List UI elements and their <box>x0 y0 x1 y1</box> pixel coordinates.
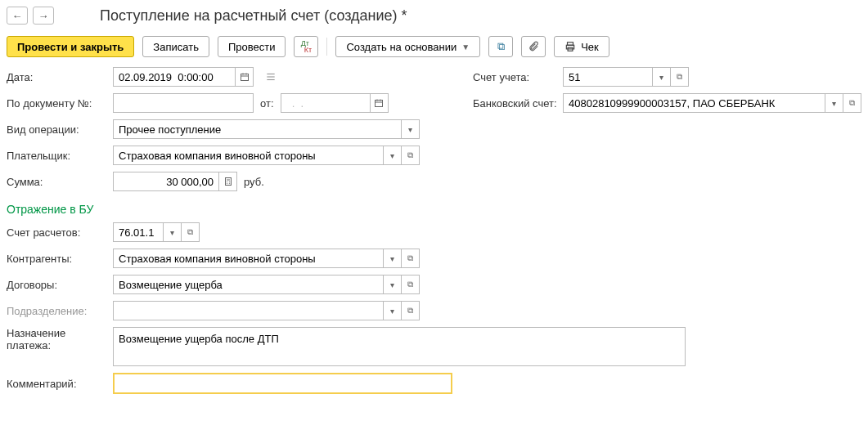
division-input[interactable] <box>113 301 384 320</box>
doc-from-label: от: <box>260 97 274 110</box>
calendar-button-2[interactable] <box>371 93 389 113</box>
svg-rect-10 <box>376 101 383 107</box>
arrow-left-icon: ← <box>12 10 23 22</box>
op-type-label: Вид операции: <box>7 123 113 136</box>
contract-input[interactable] <box>113 275 384 294</box>
calculator-icon <box>223 177 233 186</box>
settle-acc-input[interactable] <box>113 222 164 242</box>
doc-num-label: По документу №: <box>7 97 113 110</box>
post-and-close-button[interactable]: Провести и закрыть <box>7 36 134 57</box>
bank-account-input[interactable] <box>563 93 825 113</box>
op-type-input[interactable] <box>113 119 402 139</box>
open-button[interactable]: ⧉ <box>402 301 420 320</box>
calendar-icon <box>374 98 384 108</box>
doc-from-input[interactable] <box>281 93 371 113</box>
svg-point-19 <box>229 183 230 184</box>
bu-section-title: Отражение в БУ <box>7 203 861 216</box>
dropdown-button[interactable]: ▾ <box>164 222 182 242</box>
chevron-down-icon: ▼ <box>461 43 470 52</box>
svg-rect-14 <box>225 178 231 186</box>
svg-point-16 <box>227 181 227 182</box>
open-icon: ⧉ <box>407 253 413 263</box>
dropdown-button[interactable]: ▾ <box>384 301 402 320</box>
dropdown-button[interactable]: ▾ <box>384 249 402 268</box>
structure-icon: ⧉ <box>497 40 505 53</box>
paperclip-icon <box>528 41 539 52</box>
account-input[interactable] <box>563 67 653 87</box>
calculator-button[interactable] <box>219 172 237 191</box>
counterparty-label: Контрагенты: <box>7 253 113 265</box>
dropdown-button[interactable]: ▾ <box>384 146 402 165</box>
open-button[interactable]: ⧉ <box>843 93 861 113</box>
create-based-on-button[interactable]: Создать на основании ▼ <box>335 36 480 57</box>
chevron-down-icon: ▾ <box>659 73 663 82</box>
chevron-down-icon: ▾ <box>170 228 174 237</box>
check-button[interactable]: Чек <box>554 36 609 57</box>
dropdown-button[interactable]: ▾ <box>653 67 671 87</box>
toolbar: Провести и закрыть Записать Провести ДтК… <box>7 36 861 57</box>
payer-label: Плательщик: <box>7 150 113 162</box>
chevron-down-icon: ▾ <box>390 254 394 263</box>
save-button[interactable]: Записать <box>142 36 209 57</box>
nav-forward-button[interactable]: → <box>33 7 54 25</box>
open-button[interactable]: ⧉ <box>182 222 200 242</box>
post-button[interactable]: Провести <box>218 36 286 57</box>
bank-account-label: Банковский счет: <box>473 97 563 110</box>
currency-label: руб. <box>244 176 264 188</box>
arrow-right-icon: → <box>38 10 49 22</box>
payer-input[interactable] <box>113 146 384 165</box>
svg-point-18 <box>227 183 227 184</box>
open-icon: ⧉ <box>187 227 193 237</box>
nav-back-button[interactable]: ← <box>7 7 28 25</box>
open-icon: ⧉ <box>407 306 413 316</box>
purpose-textarea[interactable] <box>113 327 686 366</box>
page-title: Поступление на расчетный счет (создание)… <box>100 7 407 25</box>
contract-label: Договоры: <box>7 279 113 291</box>
open-button[interactable]: ⧉ <box>402 275 420 294</box>
attachment-button[interactable] <box>521 36 546 57</box>
chevron-down-icon: ▾ <box>390 307 394 316</box>
calendar-icon <box>240 72 250 82</box>
dropdown-button[interactable]: ▾ <box>384 275 402 294</box>
open-button[interactable]: ⧉ <box>402 146 420 165</box>
printer-icon <box>564 41 576 52</box>
chevron-down-icon: ▾ <box>390 280 394 289</box>
comment-label: Комментарий: <box>7 378 113 390</box>
counterparty-input[interactable] <box>113 249 384 268</box>
structure-button[interactable]: ⧉ <box>488 36 513 57</box>
comment-input[interactable] <box>113 373 452 394</box>
sum-input[interactable] <box>113 172 219 191</box>
open-icon: ⧉ <box>849 98 855 108</box>
chevron-down-icon: ▾ <box>832 99 836 108</box>
division-label: Подразделение: <box>7 305 113 317</box>
open-icon: ⧉ <box>407 150 413 160</box>
account-label: Счет учета: <box>473 71 563 83</box>
dropdown-button[interactable]: ▾ <box>402 119 420 139</box>
dtkt-icon: ДтКт <box>301 40 312 53</box>
purpose-label: Назначение платежа: <box>7 327 113 352</box>
settle-acc-label: Счет расчетов: <box>7 226 113 239</box>
chevron-down-icon: ▾ <box>408 125 412 134</box>
date-label: Дата: <box>7 71 113 83</box>
chevron-down-icon: ▾ <box>390 151 394 160</box>
open-icon: ⧉ <box>677 72 682 82</box>
sum-label: Сумма: <box>7 176 113 188</box>
doc-num-input[interactable] <box>113 93 254 113</box>
svg-point-17 <box>229 181 230 182</box>
svg-rect-3 <box>241 74 248 81</box>
open-icon: ⧉ <box>407 280 413 289</box>
dtkt-button[interactable]: ДтКт <box>294 36 318 57</box>
list-icon[interactable] <box>265 71 277 83</box>
open-button[interactable]: ⧉ <box>671 67 689 87</box>
toolbar-separator <box>326 38 327 56</box>
open-button[interactable]: ⧉ <box>402 249 420 268</box>
calendar-button[interactable] <box>236 67 254 87</box>
dropdown-button[interactable]: ▾ <box>825 93 843 113</box>
date-input[interactable] <box>113 67 236 87</box>
